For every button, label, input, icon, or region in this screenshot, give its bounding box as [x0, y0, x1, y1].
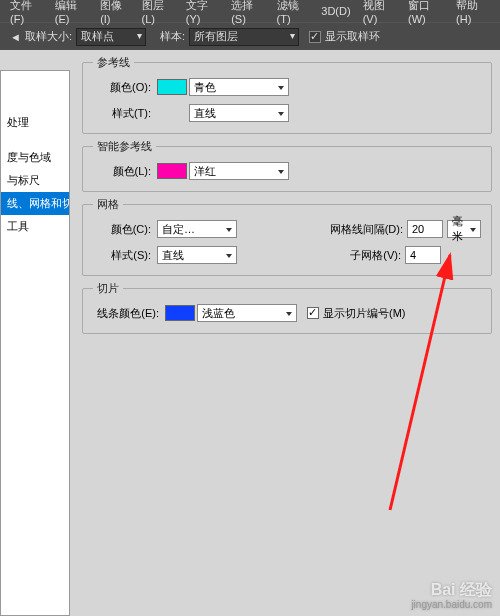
- back-icon[interactable]: ◄: [10, 31, 21, 43]
- grid-style-select[interactable]: 直线: [157, 246, 237, 264]
- preferences-content: 参考线 颜色(O): 青色 样式(T): 直线 智能参考线 颜色(L): 洋红 …: [70, 50, 500, 616]
- smart-color-select[interactable]: 洋红: [189, 162, 289, 180]
- group-grid: 网格 颜色(C): 自定… 网格线间隔(D): 毫米 样式(S): 直线 子网格…: [82, 204, 492, 276]
- guides-style-select[interactable]: 直线: [189, 104, 289, 122]
- slice-color-select[interactable]: 浅蓝色: [197, 304, 297, 322]
- watermark-brand: Bai 经验: [411, 581, 492, 599]
- sidebar-item-0[interactable]: 处理: [1, 111, 69, 134]
- sidebar-item-5[interactable]: 工具: [1, 215, 69, 238]
- menu-file[interactable]: 文件(F): [4, 0, 49, 25]
- group-guides-title: 参考线: [93, 55, 134, 70]
- menu-view[interactable]: 视图(V): [357, 0, 402, 25]
- menu-layer[interactable]: 图层(L): [136, 0, 180, 25]
- slice-shownum-label: 显示切片编号(M): [323, 306, 406, 321]
- menu-filter[interactable]: 滤镜(T): [271, 0, 316, 25]
- group-smart-guides: 智能参考线 颜色(L): 洋红: [82, 146, 492, 192]
- guides-color-swatch[interactable]: [157, 79, 187, 95]
- guides-color-select[interactable]: 青色: [189, 78, 289, 96]
- group-grid-title: 网格: [93, 197, 123, 212]
- guides-color-label: 颜色(O):: [93, 80, 151, 95]
- slice-color-label: 线条颜色(E):: [93, 306, 159, 321]
- preferences-sidebar: 处理 度与色域 与标尺 线、网格和切片 工具: [0, 70, 70, 616]
- menu-window[interactable]: 窗口(W): [402, 0, 450, 25]
- menu-bar: 文件(F) 编辑(E) 图像(I) 图层(L) 文字(Y) 选择(S) 滤镜(T…: [0, 0, 500, 22]
- watermark-url: jingyan.baidu.com: [411, 599, 492, 610]
- menu-image[interactable]: 图像(I): [94, 0, 135, 25]
- menu-help[interactable]: 帮助(H): [450, 0, 496, 25]
- grid-color-label: 颜色(C):: [93, 222, 151, 237]
- show-ring-checkbox[interactable]: [309, 31, 321, 43]
- sidebar-item-3[interactable]: 与标尺: [1, 169, 69, 192]
- grid-spacing-input[interactable]: [407, 220, 443, 238]
- grid-unit-select[interactable]: 毫米: [447, 220, 481, 238]
- menu-select[interactable]: 选择(S): [225, 0, 270, 25]
- grid-subdiv-input[interactable]: [405, 246, 441, 264]
- grid-color-select[interactable]: 自定…: [157, 220, 237, 238]
- show-ring-label: 显示取样环: [325, 29, 380, 44]
- grid-style-label: 样式(S):: [93, 248, 151, 263]
- sidebar-item-4[interactable]: 线、网格和切片: [1, 192, 69, 215]
- group-slice-title: 切片: [93, 281, 123, 296]
- options-bar: ◄ 取样大小: 取样点 样本: 所有图层 显示取样环: [0, 22, 500, 50]
- menu-text[interactable]: 文字(Y): [180, 0, 225, 25]
- sample-size-label: 取样大小:: [25, 29, 72, 44]
- sample-size-select[interactable]: 取样点: [76, 28, 146, 46]
- menu-edit[interactable]: 编辑(E): [49, 0, 94, 25]
- slice-color-swatch[interactable]: [165, 305, 195, 321]
- sample-label: 样本:: [160, 29, 185, 44]
- group-guides: 参考线 颜色(O): 青色 样式(T): 直线: [82, 62, 492, 134]
- watermark: Bai 经验 jingyan.baidu.com: [411, 581, 492, 610]
- group-smart-guides-title: 智能参考线: [93, 139, 156, 154]
- sample-layers-select[interactable]: 所有图层: [189, 28, 299, 46]
- sidebar-item-2[interactable]: 度与色域: [1, 146, 69, 169]
- smart-color-label: 颜色(L):: [93, 164, 151, 179]
- smart-color-swatch[interactable]: [157, 163, 187, 179]
- group-slice: 切片 线条颜色(E): 浅蓝色 显示切片编号(M): [82, 288, 492, 334]
- guides-style-label: 样式(T):: [93, 106, 151, 121]
- menu-3d[interactable]: 3D(D): [315, 5, 356, 17]
- slice-shownum-checkbox[interactable]: [307, 307, 319, 319]
- grid-spacing-label: 网格线间隔(D):: [330, 222, 403, 237]
- grid-subdiv-label: 子网格(V):: [350, 248, 401, 263]
